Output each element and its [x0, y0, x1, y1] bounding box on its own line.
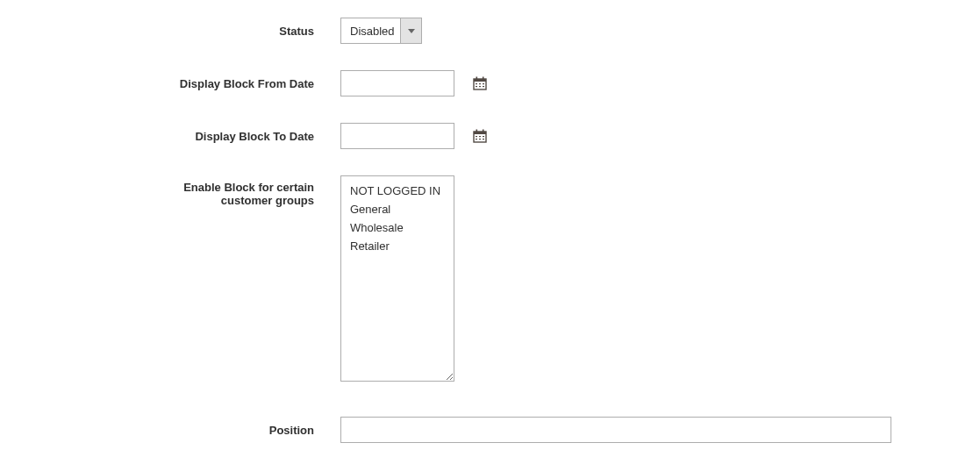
from-date-label: Display Block From Date: [0, 77, 340, 90]
from-date-control: [340, 70, 488, 96]
svg-rect-2: [476, 77, 478, 81]
from-date-row: Display Block From Date: [0, 70, 980, 96]
calendar-icon: [473, 129, 487, 143]
customer-groups-label: Enable Block for certain customer groups: [0, 175, 340, 207]
position-input[interactable]: [340, 417, 891, 443]
to-date-label: Display Block To Date: [0, 130, 340, 143]
position-row: Position: [0, 417, 980, 443]
svg-rect-18: [479, 139, 481, 139]
svg-rect-7: [476, 86, 477, 87]
position-label: Position: [0, 424, 340, 437]
to-date-input[interactable]: [340, 123, 454, 149]
svg-rect-3: [483, 77, 484, 81]
svg-rect-12: [476, 130, 478, 133]
customer-group-option[interactable]: General: [341, 200, 454, 218]
calendar-icon: [473, 76, 487, 90]
svg-rect-6: [483, 83, 484, 84]
to-date-control: [340, 123, 488, 149]
svg-rect-4: [476, 83, 477, 84]
from-date-input[interactable]: [340, 70, 454, 96]
svg-rect-19: [483, 139, 484, 139]
svg-rect-13: [483, 130, 484, 133]
status-select-wrap: Disabled: [340, 18, 422, 44]
to-date-row: Display Block To Date: [0, 123, 980, 149]
status-control: Disabled: [340, 18, 422, 44]
status-label: Status: [0, 25, 340, 38]
from-date-calendar-button[interactable]: [472, 75, 488, 91]
svg-rect-5: [479, 83, 481, 84]
customer-group-option[interactable]: Retailer: [341, 237, 454, 255]
customer-groups-control: NOT LOGGED IN General Wholesale Retailer: [340, 175, 454, 382]
svg-rect-16: [483, 136, 484, 137]
svg-rect-14: [476, 136, 477, 137]
status-row: Status Disabled: [0, 18, 980, 44]
to-date-calendar-button[interactable]: [472, 128, 488, 144]
customer-group-option[interactable]: Wholesale: [341, 218, 454, 237]
svg-rect-1: [474, 79, 486, 82]
svg-rect-11: [474, 132, 486, 134]
svg-rect-17: [476, 139, 477, 139]
customer-group-option[interactable]: NOT LOGGED IN: [341, 182, 454, 200]
svg-rect-15: [479, 136, 481, 137]
svg-rect-9: [483, 86, 484, 87]
position-control: [340, 417, 891, 443]
customer-groups-row: Enable Block for certain customer groups…: [0, 175, 980, 382]
customer-groups-multiselect[interactable]: NOT LOGGED IN General Wholesale Retailer: [340, 175, 454, 382]
status-select[interactable]: Disabled: [340, 18, 422, 44]
svg-rect-8: [479, 86, 481, 87]
